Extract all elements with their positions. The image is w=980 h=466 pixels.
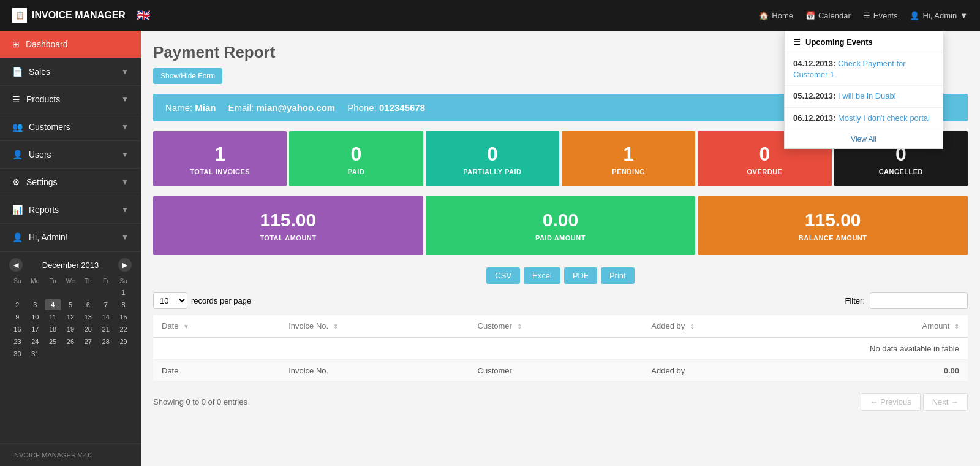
amounts-row: 115.00TOTAL AMOUNT0.00PAID AMOUNT115.00B… — [153, 196, 968, 255]
sidebar-item-settings[interactable]: ⚙ Settings ▼ — [0, 169, 141, 196]
no-data-message: No data available in table — [153, 337, 968, 360]
show-hide-form-button[interactable]: Show/Hide Form — [153, 68, 222, 84]
amount-label: PAID AMOUNT — [438, 234, 684, 242]
calendar-prev-button[interactable]: ◀ — [9, 258, 23, 272]
nav-events[interactable]: ☰ Events — [863, 11, 898, 20]
calendar-day[interactable]: 11 — [45, 311, 61, 323]
calendar-day[interactable]: 26 — [62, 336, 79, 347]
col-date[interactable]: Date ▼ — [153, 315, 280, 337]
amount-value: 0.00 — [438, 210, 684, 231]
per-page-dropdown[interactable]: 10 25 50 100 — [153, 292, 187, 309]
calendar-day[interactable]: 27 — [80, 336, 96, 347]
arrow-icon: ▼ — [121, 67, 129, 76]
nav-links: 🏠 Home 📅 Calendar ☰ Events 👤 Hi, Admin ▼ — [759, 11, 968, 20]
col-amount[interactable]: Amount ⇕ — [814, 315, 968, 337]
stat-label: PAID — [296, 168, 415, 175]
sort-icon: ⇕ — [517, 323, 522, 330]
calendar-day[interactable]: 28 — [97, 336, 114, 347]
calendar-day — [45, 287, 61, 298]
calendar-day-header: Sa — [115, 277, 132, 286]
calendar-day[interactable]: 5 — [62, 299, 79, 310]
col-customer[interactable]: Customer ⇕ — [469, 315, 643, 337]
footer-date: Date — [153, 360, 280, 382]
sidebar-item-admin[interactable]: 👤 Hi, Admin! ▼ — [0, 224, 141, 251]
calendar-day[interactable]: 12 — [62, 311, 79, 323]
sidebar-item-customers[interactable]: 👥 Customers ▼ — [0, 113, 141, 141]
home-icon: 🏠 — [759, 11, 769, 20]
arrow-icon: ▼ — [121, 95, 129, 104]
csv-button[interactable]: CSV — [486, 267, 520, 284]
view-all-link[interactable]: View All — [851, 135, 876, 143]
calendar-day[interactable]: 8 — [115, 299, 132, 310]
customer-phone: 012345678 — [379, 102, 425, 113]
calendar-day[interactable]: 22 — [115, 324, 132, 335]
calendar-day[interactable]: 6 — [80, 299, 96, 310]
reports-icon: 📊 — [12, 205, 23, 215]
calendar-next-button[interactable]: ▶ — [118, 258, 132, 272]
calendar-day[interactable]: 19 — [62, 324, 79, 335]
calendar-day[interactable]: 9 — [9, 311, 26, 323]
sidebar-item-users[interactable]: 👤 Users ▼ — [0, 141, 141, 169]
calendar-day[interactable]: 10 — [27, 311, 43, 323]
pagination-bar: Showing 0 to 0 of 0 entries ← Previous N… — [153, 388, 968, 416]
footer-invoice-no: Invoice No. — [280, 360, 469, 382]
calendar-day[interactable]: 25 — [45, 336, 61, 347]
admin-label: Hi, Admin — [922, 11, 957, 20]
calendar-day[interactable]: 23 — [9, 336, 26, 347]
main-layout: ⊞ Dashboard 📄 Sales ▼ ☰ Products ▼ 👥 Cus… — [0, 31, 980, 466]
calendar-day[interactable]: 18 — [45, 324, 61, 335]
calendar-day[interactable]: 7 — [97, 299, 114, 310]
calendar-day — [9, 287, 26, 298]
flag-icon[interactable]: 🇬🇧 — [137, 9, 150, 22]
amount-card-balance-amount: 115.00BALANCE AMOUNT — [698, 196, 968, 255]
brand-title: INVOICE MANAGER — [32, 10, 126, 21]
admin-icon: 👤 — [12, 232, 23, 242]
calendar-day[interactable]: 14 — [97, 311, 114, 323]
data-table: Date ▼ Invoice No. ⇕ Customer ⇕ Added by… — [153, 315, 968, 382]
nav-calendar-label: Calendar — [818, 11, 851, 20]
calendar-day[interactable]: 29 — [115, 336, 132, 347]
arrow-icon: ▼ — [121, 150, 129, 159]
admin-dropdown[interactable]: 👤 Hi, Admin ▼ — [910, 11, 968, 20]
print-button[interactable]: Print — [601, 267, 635, 284]
view-all[interactable]: View All — [785, 129, 943, 148]
sidebar-item-products[interactable]: ☰ Products ▼ — [0, 86, 141, 113]
calendar-day[interactable]: 20 — [80, 324, 96, 335]
customer-email: mian@yahoo.com — [256, 102, 335, 113]
calendar-day[interactable]: 1 — [115, 287, 132, 298]
calendar-day[interactable]: 16 — [9, 324, 26, 335]
sidebar-item-sales[interactable]: 📄 Sales ▼ — [0, 58, 141, 86]
stat-card-total-invoices: 1TOTAL INVOICES — [153, 131, 287, 186]
calendar-day-header: We — [62, 277, 79, 286]
col-added-by[interactable]: Added by ⇕ — [643, 315, 814, 337]
nav-home[interactable]: 🏠 Home — [759, 11, 793, 20]
table-header-row: Date ▼ Invoice No. ⇕ Customer ⇕ Added by… — [153, 315, 968, 337]
sales-icon: 📄 — [12, 67, 23, 77]
calendar-day[interactable]: 15 — [115, 311, 132, 323]
calendar-day[interactable]: 24 — [27, 336, 43, 347]
next-button[interactable]: Next → — [923, 393, 968, 411]
calendar-day[interactable]: 31 — [27, 348, 43, 359]
calendar-day[interactable]: 3 — [27, 299, 43, 310]
excel-button[interactable]: Excel — [524, 267, 560, 284]
pdf-button[interactable]: PDF — [564, 267, 597, 284]
col-invoice-no[interactable]: Invoice No. ⇕ — [280, 315, 469, 337]
event-item-2: 05.12.2013: I will be in Duabi — [785, 86, 943, 107]
sidebar-item-reports[interactable]: 📊 Reports ▼ — [0, 196, 141, 224]
amount-label: BALANCE AMOUNT — [710, 234, 956, 242]
sidebar-item-dashboard[interactable]: ⊞ Dashboard — [0, 31, 141, 58]
content-area: ☰ Upcoming Events 04.12.2013: Check Paym… — [141, 31, 980, 466]
filter-input[interactable] — [870, 292, 968, 309]
sidebar-customers-label: Customers — [29, 122, 70, 132]
calendar-day-header: Su — [9, 277, 26, 286]
calendar-day[interactable]: 17 — [27, 324, 43, 335]
calendar-grid: SuMoTuWeThFrSa12345678910111213141516171… — [9, 277, 132, 359]
arrow-icon: ▼ — [121, 178, 129, 186]
calendar-day[interactable]: 30 — [9, 348, 26, 359]
calendar-day[interactable]: 13 — [80, 311, 96, 323]
calendar-day[interactable]: 4 — [45, 299, 61, 310]
calendar-day[interactable]: 2 — [9, 299, 26, 310]
previous-button[interactable]: ← Previous — [861, 393, 920, 411]
nav-calendar[interactable]: 📅 Calendar — [805, 11, 851, 20]
calendar-day[interactable]: 21 — [97, 324, 114, 335]
